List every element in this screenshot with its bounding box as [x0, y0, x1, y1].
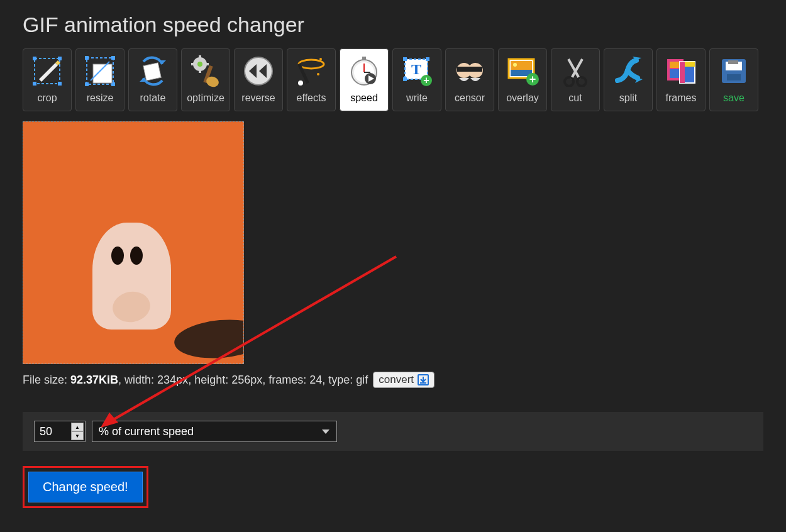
tool-cut[interactable]: cut	[551, 48, 600, 111]
tool-label: split	[619, 92, 637, 104]
svg-point-54	[513, 63, 517, 67]
svg-rect-3	[33, 82, 36, 86]
svg-rect-4	[58, 82, 62, 86]
optimize-icon	[187, 53, 224, 89]
tool-label: overlay	[506, 92, 539, 104]
tool-optimize[interactable]: optimize	[181, 48, 230, 111]
svg-marker-5	[39, 63, 58, 82]
tool-label: optimize	[187, 92, 224, 104]
tool-effects[interactable]: effects	[287, 48, 336, 111]
gif-preview	[23, 121, 244, 364]
change-speed-button[interactable]: Change speed!	[28, 472, 143, 502]
tool-label: censor	[455, 92, 485, 104]
convert-label: convert	[379, 374, 414, 386]
svg-rect-2	[58, 57, 62, 60]
tool-rotate[interactable]: rotate	[128, 48, 177, 111]
action-highlight: Change speed!	[23, 466, 148, 508]
tool-save[interactable]: save	[709, 48, 758, 111]
file-size: 92.37KiB	[70, 374, 118, 386]
svg-rect-8	[85, 56, 89, 60]
svg-rect-50	[457, 67, 482, 72]
svg-point-31	[319, 58, 322, 60]
svg-rect-21	[191, 63, 195, 65]
svg-point-30	[298, 80, 303, 86]
speed-icon	[346, 53, 382, 89]
censor-icon	[451, 53, 488, 89]
svg-rect-43	[403, 77, 407, 81]
tool-speed[interactable]: speed	[340, 48, 389, 111]
tool-reverse[interactable]: reverse	[234, 48, 283, 111]
svg-rect-10	[85, 82, 89, 86]
svg-point-28	[299, 60, 324, 69]
file-info-rest: , width: 234px, height: 256px, frames: 2…	[118, 374, 368, 386]
tool-label: crop	[37, 92, 57, 104]
tool-label: reverse	[241, 92, 275, 104]
tool-label: save	[723, 92, 744, 104]
svg-point-25	[245, 57, 272, 85]
tool-label: effects	[297, 92, 326, 104]
write-icon: T +	[399, 53, 435, 89]
speed-controls: ▲ ▼ % of current speed	[23, 412, 763, 451]
cut-icon	[557, 53, 594, 89]
speed-unit-select[interactable]: % of current speed	[92, 421, 337, 442]
svg-text:T: T	[411, 61, 421, 77]
svg-rect-68	[680, 62, 685, 83]
svg-rect-35	[362, 57, 366, 60]
tool-frames[interactable]: frames	[656, 48, 706, 111]
svg-point-18	[197, 62, 202, 67]
tool-label: resize	[87, 92, 114, 104]
svg-rect-71	[728, 60, 738, 64]
reverse-icon	[240, 53, 277, 89]
tool-label: write	[406, 92, 428, 104]
save-icon	[716, 53, 752, 89]
svg-rect-22	[205, 63, 209, 65]
svg-point-59	[565, 77, 573, 86]
svg-rect-29	[297, 63, 309, 84]
tool-label: cut	[568, 92, 582, 104]
effects-icon	[293, 53, 329, 89]
svg-rect-20	[199, 69, 201, 73]
svg-text:+: +	[529, 73, 536, 86]
svg-rect-12	[93, 64, 112, 83]
tool-crop[interactable]: crop	[23, 48, 72, 111]
tool-write[interactable]: T + write	[392, 48, 441, 111]
tool-resize[interactable]: resize	[75, 48, 125, 111]
split-icon	[610, 53, 646, 89]
tool-censor[interactable]: censor	[445, 48, 494, 111]
svg-point-32	[317, 73, 319, 75]
crop-icon	[29, 53, 65, 89]
overlay-icon: +	[504, 53, 541, 89]
page-title: GIF animation speed changer	[23, 13, 763, 37]
number-stepper[interactable]: ▲ ▼	[71, 423, 84, 440]
stepper-down[interactable]: ▼	[71, 431, 84, 440]
svg-rect-14	[143, 63, 161, 80]
tool-split[interactable]: split	[604, 48, 653, 111]
svg-rect-42	[426, 57, 429, 61]
toolbar: crop resize	[23, 48, 763, 111]
svg-rect-41	[403, 57, 407, 61]
convert-button[interactable]: convert	[373, 372, 435, 388]
tool-label: speed	[350, 92, 378, 104]
download-icon	[418, 374, 429, 385]
svg-point-60	[577, 77, 586, 86]
stepper-up[interactable]: ▲	[71, 423, 84, 431]
file-info: File size: 92.37KiB, width: 234px, heigh…	[23, 372, 763, 388]
svg-rect-9	[111, 56, 115, 60]
tool-label: frames	[666, 92, 697, 104]
tool-overlay[interactable]: + overlay	[498, 48, 547, 111]
svg-text:+: +	[423, 75, 429, 86]
svg-rect-72	[727, 74, 741, 80]
file-info-prefix: File size:	[23, 374, 70, 386]
tool-label: rotate	[140, 92, 166, 104]
resize-icon	[82, 53, 118, 89]
svg-rect-19	[199, 55, 201, 59]
frames-icon	[663, 53, 699, 89]
rotate-icon	[135, 53, 171, 89]
svg-rect-1	[33, 57, 36, 60]
